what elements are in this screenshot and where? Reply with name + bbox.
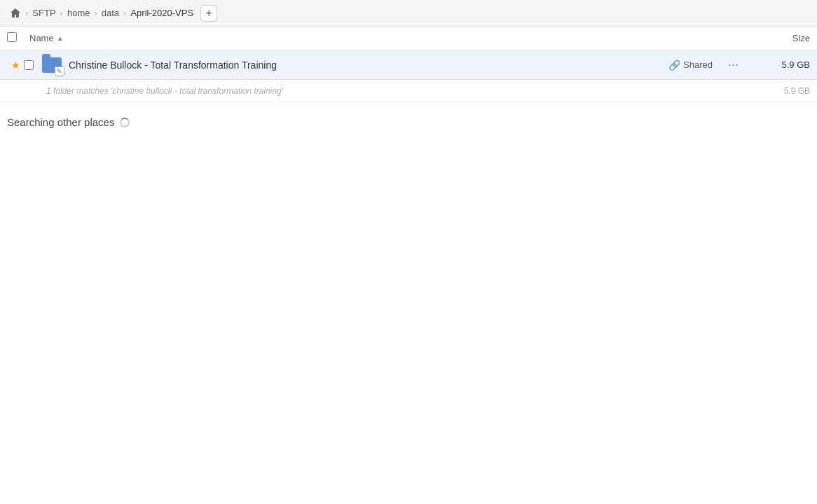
name-column-label: Name [29,33,54,43]
searching-section: Searching other places [0,102,817,135]
folder-icon-container: ✎ [41,54,63,76]
searching-label: Searching other places [7,116,114,128]
toolbar: › SFTP › home › data › April-2020-VPS + [0,0,817,27]
name-column-header[interactable]: Name ▲ [29,33,740,43]
breadcrumb-april-vps[interactable]: April-2020-VPS [128,6,196,20]
breadcrumb-data[interactable]: data [99,6,122,20]
breadcrumb-sftp[interactable]: SFTP [29,6,58,20]
select-all-checkbox[interactable] [7,32,17,42]
file-size: 5.9 GB [754,59,810,70]
column-headers: Name ▲ Size [0,27,817,50]
size-column-header[interactable]: Size [740,33,810,43]
breadcrumb-home[interactable] [7,6,24,20]
breadcrumb-separator-3: › [123,8,126,18]
row-checkbox-container[interactable] [24,60,41,70]
match-info-text: 1 folder matches 'christine bullock - to… [46,86,754,96]
breadcrumb-separator-0: › [25,8,28,18]
row-checkbox[interactable] [24,60,34,70]
shared-badge: 🔗 Shared [668,59,713,71]
table-row[interactable]: ★ ✎ Christine Bullock - Total Transforma… [0,50,817,80]
breadcrumb-separator-2: › [94,8,97,18]
match-info-size: 5.9 GB [754,86,810,96]
sort-arrow-icon: ▲ [57,34,64,42]
breadcrumb-home-dir[interactable]: home [64,6,93,20]
star-icon[interactable]: ★ [7,59,24,71]
size-column-label: Size [792,33,810,43]
select-all-checkbox-container[interactable] [7,32,29,44]
shared-label: Shared [683,59,713,70]
breadcrumb-separator-1: › [60,8,63,18]
home-icon [10,8,21,19]
more-options-button[interactable]: ··· [724,56,743,74]
searching-heading: Searching other places [7,116,810,128]
loading-spinner [120,118,130,127]
file-name: Christine Bullock - Total Transformation… [69,59,668,71]
folder-badge-icon: ✎ [55,66,64,76]
add-location-button[interactable]: + [200,5,217,22]
match-info-row: 1 folder matches 'christine bullock - to… [0,80,817,102]
link-icon: 🔗 [668,59,680,71]
